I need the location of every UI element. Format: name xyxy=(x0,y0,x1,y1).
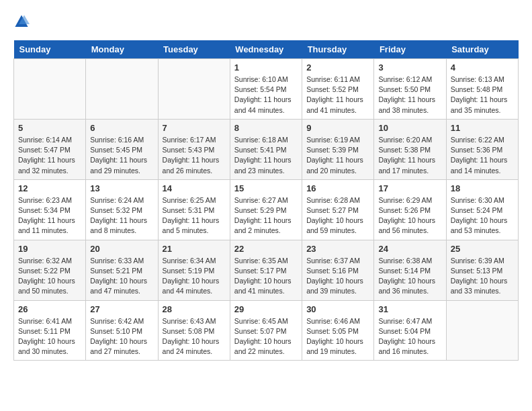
day-number: 21 xyxy=(163,244,226,254)
day-info: Sunrise: 6:41 AM Sunset: 5:11 PM Dayligh… xyxy=(18,316,81,357)
day-number: 14 xyxy=(163,183,226,193)
page-header xyxy=(13,13,519,30)
day-info: Sunrise: 6:18 AM Sunset: 5:41 PM Dayligh… xyxy=(234,135,298,176)
day-info: Sunrise: 6:35 AM Sunset: 5:17 PM Dayligh… xyxy=(234,256,298,297)
calendar-cell: 27Sunrise: 6:42 AM Sunset: 5:10 PM Dayli… xyxy=(86,300,158,361)
calendar-cell: 6Sunrise: 6:16 AM Sunset: 5:45 PM Daylig… xyxy=(86,119,158,179)
day-number: 3 xyxy=(378,62,441,73)
logo xyxy=(13,13,31,30)
calendar-cell xyxy=(14,59,86,120)
day-number: 19 xyxy=(18,244,81,254)
day-number: 26 xyxy=(18,304,81,314)
day-number: 13 xyxy=(90,183,153,193)
week-row-0: 1Sunrise: 6:10 AM Sunset: 5:54 PM Daylig… xyxy=(14,59,519,120)
calendar-cell: 7Sunrise: 6:17 AM Sunset: 5:43 PM Daylig… xyxy=(158,119,230,179)
day-info: Sunrise: 6:16 AM Sunset: 5:45 PM Dayligh… xyxy=(90,135,153,176)
header-friday: Friday xyxy=(374,40,446,59)
day-number: 8 xyxy=(234,123,298,133)
day-info: Sunrise: 6:32 AM Sunset: 5:22 PM Dayligh… xyxy=(18,256,81,297)
day-number: 28 xyxy=(163,304,226,314)
day-info: Sunrise: 6:10 AM Sunset: 5:54 PM Dayligh… xyxy=(234,75,298,116)
day-info: Sunrise: 6:25 AM Sunset: 5:31 PM Dayligh… xyxy=(163,195,226,236)
day-number: 25 xyxy=(451,244,514,254)
header-sunday: Sunday xyxy=(14,40,86,59)
calendar-cell xyxy=(86,59,158,120)
calendar-cell: 4Sunrise: 6:13 AM Sunset: 5:48 PM Daylig… xyxy=(446,59,518,120)
calendar-cell: 25Sunrise: 6:39 AM Sunset: 5:13 PM Dayli… xyxy=(446,240,518,300)
calendar-body: 1Sunrise: 6:10 AM Sunset: 5:54 PM Daylig… xyxy=(14,59,519,361)
week-row-3: 19Sunrise: 6:32 AM Sunset: 5:22 PM Dayli… xyxy=(14,240,519,300)
calendar-cell: 29Sunrise: 6:45 AM Sunset: 5:07 PM Dayli… xyxy=(230,300,302,361)
day-info: Sunrise: 6:23 AM Sunset: 5:34 PM Dayligh… xyxy=(18,195,81,236)
header-monday: Monday xyxy=(86,40,158,59)
day-info: Sunrise: 6:39 AM Sunset: 5:13 PM Dayligh… xyxy=(451,256,514,297)
calendar-header: SundayMondayTuesdayWednesdayThursdayFrid… xyxy=(14,40,519,59)
day-number: 5 xyxy=(18,123,81,133)
day-number: 6 xyxy=(90,123,153,133)
day-number: 23 xyxy=(306,244,369,254)
calendar-cell: 3Sunrise: 6:12 AM Sunset: 5:50 PM Daylig… xyxy=(374,59,446,120)
calendar-cell: 15Sunrise: 6:27 AM Sunset: 5:29 PM Dayli… xyxy=(230,179,302,240)
calendar-cell: 18Sunrise: 6:30 AM Sunset: 5:24 PM Dayli… xyxy=(446,179,518,240)
calendar-cell: 17Sunrise: 6:29 AM Sunset: 5:26 PM Dayli… xyxy=(374,179,446,240)
day-info: Sunrise: 6:13 AM Sunset: 5:48 PM Dayligh… xyxy=(451,75,514,116)
calendar-cell xyxy=(158,59,230,120)
day-info: Sunrise: 6:17 AM Sunset: 5:43 PM Dayligh… xyxy=(163,135,226,176)
calendar-cell xyxy=(446,300,518,361)
header-thursday: Thursday xyxy=(302,40,374,59)
calendar-cell: 9Sunrise: 6:19 AM Sunset: 5:39 PM Daylig… xyxy=(302,119,374,179)
calendar-cell: 24Sunrise: 6:38 AM Sunset: 5:14 PM Dayli… xyxy=(374,240,446,300)
calendar-cell: 26Sunrise: 6:41 AM Sunset: 5:11 PM Dayli… xyxy=(14,300,86,361)
day-number: 10 xyxy=(378,123,441,133)
calendar-cell: 10Sunrise: 6:20 AM Sunset: 5:38 PM Dayli… xyxy=(374,119,446,179)
calendar-cell: 20Sunrise: 6:33 AM Sunset: 5:21 PM Dayli… xyxy=(86,240,158,300)
day-info: Sunrise: 6:34 AM Sunset: 5:19 PM Dayligh… xyxy=(163,256,226,297)
day-info: Sunrise: 6:14 AM Sunset: 5:47 PM Dayligh… xyxy=(18,135,81,176)
day-info: Sunrise: 6:47 AM Sunset: 5:04 PM Dayligh… xyxy=(378,316,441,357)
day-info: Sunrise: 6:24 AM Sunset: 5:32 PM Dayligh… xyxy=(90,195,153,236)
day-info: Sunrise: 6:46 AM Sunset: 5:05 PM Dayligh… xyxy=(306,316,369,357)
day-info: Sunrise: 6:19 AM Sunset: 5:39 PM Dayligh… xyxy=(306,135,369,176)
day-number: 12 xyxy=(18,183,81,193)
day-number: 18 xyxy=(451,183,514,193)
calendar-cell: 8Sunrise: 6:18 AM Sunset: 5:41 PM Daylig… xyxy=(230,119,302,179)
day-number: 20 xyxy=(90,244,153,254)
calendar-cell: 5Sunrise: 6:14 AM Sunset: 5:47 PM Daylig… xyxy=(14,119,86,179)
day-number: 30 xyxy=(306,304,369,314)
header-tuesday: Tuesday xyxy=(158,40,230,59)
day-number: 24 xyxy=(378,244,441,254)
day-info: Sunrise: 6:20 AM Sunset: 5:38 PM Dayligh… xyxy=(378,135,441,176)
calendar-table: SundayMondayTuesdayWednesdayThursdayFrid… xyxy=(13,40,519,361)
day-info: Sunrise: 6:30 AM Sunset: 5:24 PM Dayligh… xyxy=(451,195,514,236)
day-info: Sunrise: 6:42 AM Sunset: 5:10 PM Dayligh… xyxy=(90,316,153,357)
header-saturday: Saturday xyxy=(446,40,518,59)
day-info: Sunrise: 6:11 AM Sunset: 5:52 PM Dayligh… xyxy=(306,75,369,116)
day-info: Sunrise: 6:22 AM Sunset: 5:36 PM Dayligh… xyxy=(451,135,514,176)
day-number: 2 xyxy=(306,62,369,73)
header-wednesday: Wednesday xyxy=(230,40,302,59)
day-number: 29 xyxy=(234,304,298,314)
calendar-cell: 13Sunrise: 6:24 AM Sunset: 5:32 PM Dayli… xyxy=(86,179,158,240)
day-info: Sunrise: 6:33 AM Sunset: 5:21 PM Dayligh… xyxy=(90,256,153,297)
day-info: Sunrise: 6:38 AM Sunset: 5:14 PM Dayligh… xyxy=(378,256,441,297)
logo-icon xyxy=(13,13,30,30)
week-row-4: 26Sunrise: 6:41 AM Sunset: 5:11 PM Dayli… xyxy=(14,300,519,361)
day-number: 15 xyxy=(234,183,298,193)
day-number: 27 xyxy=(90,304,153,314)
header-row: SundayMondayTuesdayWednesdayThursdayFrid… xyxy=(14,40,519,59)
day-number: 7 xyxy=(163,123,226,133)
day-number: 4 xyxy=(451,62,514,73)
calendar-cell: 16Sunrise: 6:28 AM Sunset: 5:27 PM Dayli… xyxy=(302,179,374,240)
day-info: Sunrise: 6:28 AM Sunset: 5:27 PM Dayligh… xyxy=(306,195,369,236)
calendar-cell: 22Sunrise: 6:35 AM Sunset: 5:17 PM Dayli… xyxy=(230,240,302,300)
day-info: Sunrise: 6:29 AM Sunset: 5:26 PM Dayligh… xyxy=(378,195,441,236)
calendar-cell: 1Sunrise: 6:10 AM Sunset: 5:54 PM Daylig… xyxy=(230,59,302,120)
day-number: 1 xyxy=(234,62,298,73)
calendar-cell: 31Sunrise: 6:47 AM Sunset: 5:04 PM Dayli… xyxy=(374,300,446,361)
calendar-cell: 11Sunrise: 6:22 AM Sunset: 5:36 PM Dayli… xyxy=(446,119,518,179)
day-number: 9 xyxy=(306,123,369,133)
day-number: 16 xyxy=(306,183,369,193)
calendar-cell: 21Sunrise: 6:34 AM Sunset: 5:19 PM Dayli… xyxy=(158,240,230,300)
calendar-cell: 30Sunrise: 6:46 AM Sunset: 5:05 PM Dayli… xyxy=(302,300,374,361)
day-number: 22 xyxy=(234,244,298,254)
